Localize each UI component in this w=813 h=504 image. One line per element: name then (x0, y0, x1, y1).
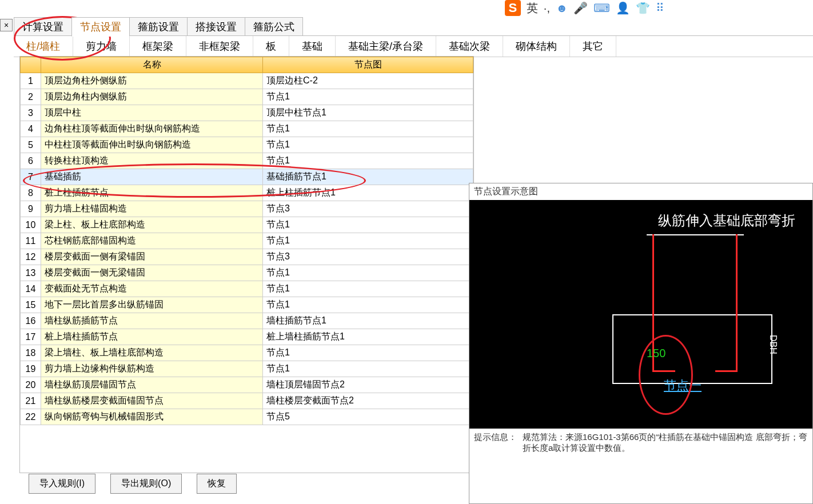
row-node[interactable]: 墙柱插筋节点1 (263, 313, 473, 329)
row-name[interactable]: 中柱柱顶等截面伸出时纵向钢筋构造 (41, 137, 263, 153)
table-row[interactable]: 2顶层边角柱内侧纵筋节点1 (21, 89, 473, 105)
row-name[interactable]: 纵向钢筋弯钩与机械锚固形式 (41, 409, 263, 425)
shirt-icon[interactable]: 👕 (636, 1, 650, 15)
keyboard-icon[interactable]: ⌨ (593, 1, 610, 15)
main-tab[interactable]: 计算设置 (14, 17, 72, 37)
row-node[interactable]: 节点3 (263, 249, 473, 265)
row-name[interactable]: 楼层变截面一侧有梁锚固 (41, 249, 263, 265)
row-node[interactable]: 节点1 (263, 217, 473, 233)
row-num: 19 (21, 361, 41, 377)
table-row[interactable]: 19剪力墙上边缘构件纵筋构造节点1 (21, 361, 473, 377)
table-row[interactable]: 7基础插筋基础插筋节点1 (21, 169, 473, 185)
row-name[interactable]: 基础插筋 (41, 169, 263, 185)
sub-tab[interactable]: 基础次梁 (436, 36, 503, 57)
row-name[interactable]: 变截面处无节点构造 (41, 281, 263, 297)
table-row[interactable]: 5中柱柱顶等截面伸出时纵向钢筋构造节点1 (21, 137, 473, 153)
row-name[interactable]: 边角柱柱顶等截面伸出时纵向钢筋构造 (41, 121, 263, 137)
table-row[interactable]: 6转换柱柱顶构造节点1 (21, 153, 473, 169)
row-node[interactable]: 节点1 (263, 121, 473, 137)
row-name[interactable]: 墙柱纵筋顶层锚固节点 (41, 377, 263, 393)
row-node[interactable]: 节点1 (263, 137, 473, 153)
table-row[interactable]: 10梁上柱、板上柱底部构造节点1 (21, 217, 473, 233)
sub-tab[interactable]: 基础主梁/承台梁 (336, 36, 436, 57)
row-num: 15 (21, 297, 41, 313)
table-row[interactable]: 14变截面处无节点构造节点1 (21, 281, 473, 297)
row-node[interactable]: 桩上柱插筋节点1 (263, 185, 473, 201)
sub-tab[interactable]: 框架梁 (130, 36, 186, 57)
sub-tab[interactable]: 板 (253, 36, 289, 57)
table-row[interactable]: 12楼层变截面一侧有梁锚固节点3 (21, 249, 473, 265)
row-name[interactable]: 梁上墙柱、板上墙柱底部构造 (41, 345, 263, 361)
row-node[interactable]: 节点1 (263, 345, 473, 361)
export-button[interactable]: 导出规则(O) (110, 474, 182, 494)
main-tab[interactable]: 搭接设置 (187, 17, 245, 37)
table-row[interactable]: 1顶层边角柱外侧纵筋顶层边柱C-2 (21, 73, 473, 89)
table-row[interactable]: 21墙柱纵筋楼层变截面锚固节点墙柱楼层变截面节点2 (21, 393, 473, 409)
table-row[interactable]: 15地下一层比首层多出纵筋锚固节点1 (21, 297, 473, 313)
sub-tab[interactable]: 非框架梁 (186, 36, 253, 57)
row-name[interactable]: 楼层变截面一侧无梁锚固 (41, 265, 263, 281)
sogou-icon: S (505, 0, 521, 16)
row-node[interactable]: 墙柱楼层变截面节点2 (263, 393, 473, 409)
row-node[interactable]: 节点1 (263, 233, 473, 249)
table-row[interactable]: 4边角柱柱顶等截面伸出时纵向钢筋构造节点1 (21, 121, 473, 137)
sub-tab[interactable]: 柱/墙柱 (14, 36, 73, 57)
row-node[interactable]: 墙柱顶层锚固节点2 (263, 377, 473, 393)
person-icon[interactable]: 👤 (616, 1, 630, 15)
restore-button[interactable]: 恢复 (197, 474, 237, 494)
ime-punct[interactable]: ·, (544, 2, 550, 15)
row-node[interactable]: 节点1 (263, 361, 473, 377)
close-button[interactable]: × (0, 19, 13, 31)
sub-tab[interactable]: 基础 (289, 36, 336, 57)
grid-icon[interactable]: ⠿ (656, 1, 664, 15)
table-row[interactable]: 20墙柱纵筋顶层锚固节点墙柱顶层锚固节点2 (21, 377, 473, 393)
row-node[interactable]: 节点3 (263, 201, 473, 217)
row-name[interactable]: 转换柱柱顶构造 (41, 153, 263, 169)
table-row[interactable]: 16墙柱纵筋插筋节点墙柱插筋节点1 (21, 313, 473, 329)
diagram-node-label[interactable]: 节点一 (664, 377, 702, 394)
table-row[interactable]: 11芯柱钢筋底部锚固构造节点1 (21, 233, 473, 249)
row-node[interactable]: 顶层中柱节点1 (263, 105, 473, 121)
row-node[interactable]: 节点1 (263, 153, 473, 169)
row-name[interactable]: 剪力墙上边缘构件纵筋构造 (41, 361, 263, 377)
row-name[interactable]: 顶层中柱 (41, 105, 263, 121)
row-name[interactable]: 墙柱纵筋楼层变截面锚固节点 (41, 393, 263, 409)
table-row[interactable]: 9剪力墙上柱锚固构造节点3 (21, 201, 473, 217)
main-tab[interactable]: 箍筋公式 (245, 17, 303, 37)
table-row[interactable]: 18梁上墙柱、板上墙柱底部构造节点1 (21, 345, 473, 361)
sub-tab[interactable]: 砌体结构 (503, 36, 570, 57)
row-node[interactable]: 节点1 (263, 297, 473, 313)
row-name[interactable]: 梁上柱、板上柱底部构造 (41, 217, 263, 233)
smile-icon[interactable]: ☻ (556, 2, 568, 15)
row-node[interactable]: 节点1 (263, 281, 473, 297)
sub-tab[interactable]: 剪力墙 (73, 36, 130, 57)
row-name[interactable]: 芯柱钢筋底部锚固构造 (41, 233, 263, 249)
row-num: 11 (21, 233, 41, 249)
row-name[interactable]: 地下一层比首层多出纵筋锚固 (41, 297, 263, 313)
row-name[interactable]: 顶层边角柱外侧纵筋 (41, 73, 263, 89)
import-button[interactable]: 导入规则(I) (29, 474, 95, 494)
hint-row: 提示信息： 规范算法：来源16G101-3第66页的“柱插筋在基础中锚固构造 底… (469, 429, 812, 457)
table-row[interactable]: 3顶层中柱顶层中柱节点1 (21, 105, 473, 121)
main-tab[interactable]: 节点设置 (71, 17, 130, 37)
main-tab[interactable]: 箍筋设置 (129, 17, 188, 37)
row-node[interactable]: 基础插筋节点1 (263, 169, 473, 185)
table-row[interactable]: 17桩上墙柱插筋节点桩上墙柱插筋节点1 (21, 329, 473, 345)
row-node[interactable]: 顶层边柱C-2 (263, 73, 473, 89)
row-name[interactable]: 墙柱纵筋插筋节点 (41, 313, 263, 329)
row-name[interactable]: 桩上柱插筋节点 (41, 185, 263, 201)
ime-lang[interactable]: 英 (527, 1, 538, 16)
row-node[interactable]: 节点1 (263, 265, 473, 281)
row-num: 8 (21, 185, 41, 201)
table-row[interactable]: 8桩上柱插筋节点桩上柱插筋节点1 (21, 185, 473, 201)
table-row[interactable]: 22纵向钢筋弯钩与机械锚固形式节点5 (21, 409, 473, 425)
row-name[interactable]: 剪力墙上柱锚固构造 (41, 201, 263, 217)
mic-icon[interactable]: 🎤 (573, 1, 588, 15)
row-node[interactable]: 桩上墙柱插筋节点1 (263, 329, 473, 345)
table-row[interactable]: 13楼层变截面一侧无梁锚固节点1 (21, 265, 473, 281)
row-node[interactable]: 节点1 (263, 89, 473, 105)
row-name[interactable]: 顶层边角柱内侧纵筋 (41, 89, 263, 105)
row-node[interactable]: 节点5 (263, 409, 473, 425)
row-name[interactable]: 桩上墙柱插筋节点 (41, 329, 263, 345)
sub-tab[interactable]: 其它 (570, 36, 616, 57)
